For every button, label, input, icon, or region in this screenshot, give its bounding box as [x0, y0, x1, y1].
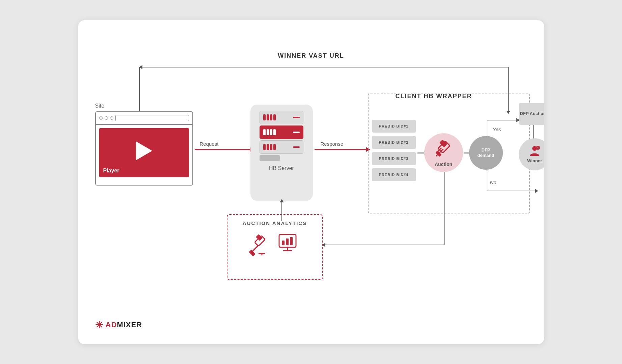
browser-dot-1: [99, 116, 103, 120]
analytics-gavel-icon: [248, 234, 270, 256]
auction-circle: Auction: [424, 133, 463, 172]
winner-vast-url-label: WINNER VAST URL: [278, 52, 344, 59]
browser-header: [96, 112, 192, 125]
svg-rect-17: [286, 239, 289, 245]
rack-dot: [267, 114, 269, 120]
rack-dots-1: [263, 114, 293, 120]
browser-dot-3: [110, 116, 113, 120]
server-stand: [260, 155, 280, 161]
rack-dot: [263, 129, 266, 135]
rack-dot: [263, 144, 266, 150]
rack-dot: [273, 144, 276, 150]
bids-to-auction-arrow: [417, 152, 425, 153]
client-hb-wrapper-label: CLIENT HB WRAPPER: [396, 93, 472, 100]
no-arrow-horizontal: [487, 191, 536, 191]
server-stack: [260, 111, 303, 161]
player-box: Player: [95, 111, 193, 186]
server-rack-2: [260, 125, 303, 139]
analytics-icons: [248, 231, 302, 256]
prebid-bid-3: PREBID BID#3: [372, 152, 416, 165]
svg-rect-18: [290, 237, 293, 245]
player-screen: Player: [99, 128, 189, 177]
request-label: Request: [200, 141, 219, 147]
auction-to-dfp-arrow: [464, 152, 470, 153]
player-label: Player: [103, 168, 119, 174]
admixer-star-icon: ✳: [95, 319, 103, 331]
main-card: WINNER VAST URL Site Player Request: [78, 20, 544, 344]
rack-dot: [270, 144, 272, 150]
winner-person-icon: 1: [529, 145, 541, 157]
site-label: Site: [95, 103, 105, 109]
rack-dots-2: [263, 129, 293, 135]
rack-dash: [293, 146, 300, 148]
rack-dash: [293, 117, 300, 118]
hb-server-box: HB Server: [250, 105, 313, 201]
dfp-auction-label: DFP Auction: [520, 111, 544, 117]
server-rack-1: [260, 111, 303, 124]
dfp-to-analytics-horizontal: [325, 245, 444, 245]
prebid-bids-container: PREBID BID#1 PREBID BID#2 PREBID BID#3 P…: [372, 120, 416, 181]
dfp-demand-circle: DFPdemand: [469, 136, 503, 170]
hb-server-label: HB Server: [269, 165, 294, 171]
analytics-chart-icon: [276, 231, 302, 256]
dfp-auction-box: DFP Auction: [519, 103, 544, 125]
svg-rect-12: [249, 250, 255, 256]
response-label: Response: [321, 141, 344, 147]
request-arrow: [195, 149, 250, 150]
dfp-to-analytics-vertical: [444, 172, 445, 245]
yes-arrow: [487, 120, 517, 120]
play-button-icon: [136, 141, 152, 160]
auction-circle-label: Auction: [435, 162, 452, 167]
rack-dot: [267, 129, 269, 135]
auction-analytics-label: AUCTION ANALYTICS: [243, 220, 307, 226]
winner-circle-label: Winner: [527, 158, 542, 163]
diagram-area: WINNER VAST URL Site Player Request: [78, 20, 544, 344]
dfp-yes-up-arrow: [487, 120, 487, 137]
admixer-text: ADMIXER: [106, 320, 142, 329]
no-label: No: [490, 179, 496, 185]
dfp-demand-label: DFPdemand: [478, 147, 494, 158]
rack-dot: [273, 114, 276, 120]
response-arrow: [315, 149, 367, 150]
no-arrow-vertical: [487, 170, 487, 191]
svg-rect-16: [282, 241, 285, 245]
auction-analytics-box: AUCTION ANALYTICS: [227, 214, 323, 280]
rack-dots-3: [263, 144, 293, 150]
browser-address-bar: [115, 115, 189, 121]
vast-url-arrow-left: [139, 67, 140, 111]
svg-text:1: 1: [537, 147, 539, 150]
rack-dot: [270, 129, 272, 135]
auction-gavel-icon: [433, 138, 455, 160]
vast-url-arrow: [139, 67, 509, 67]
prebid-bid-1: PREBID BID#1: [372, 120, 416, 133]
rack-dot: [270, 114, 272, 120]
prebid-bid-2: PREBID BID#2: [372, 136, 416, 149]
admixer-logo: ✳ ADMIXER: [95, 319, 142, 331]
prebid-bid-4: PREBID BID#4: [372, 168, 416, 181]
rack-dot: [267, 144, 269, 150]
browser-dot-2: [105, 116, 108, 120]
rack-dot: [273, 129, 276, 135]
yes-label: Yes: [493, 127, 501, 132]
server-rack-3: [260, 140, 303, 154]
rack-dot: [263, 114, 266, 120]
rack-dash: [293, 132, 300, 133]
